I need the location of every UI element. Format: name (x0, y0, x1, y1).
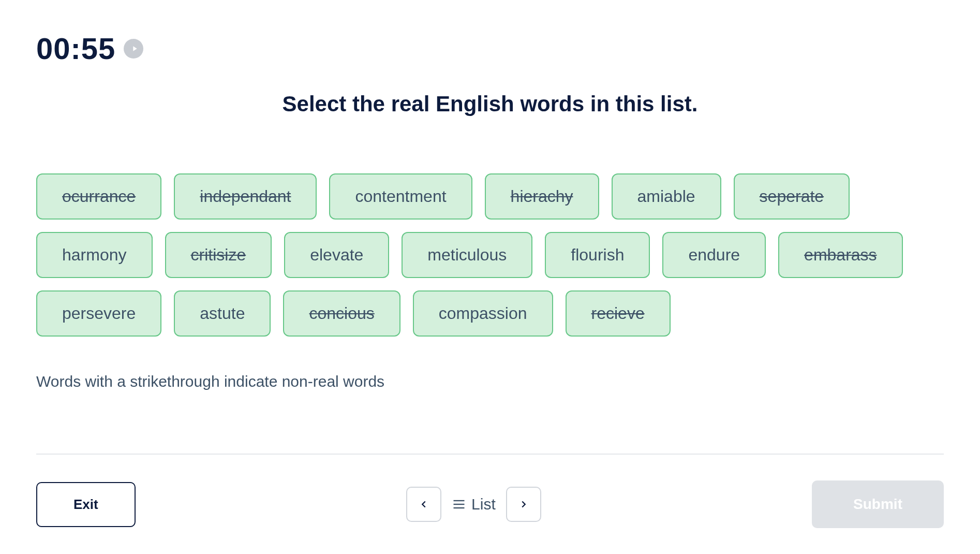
word-chip[interactable]: seperate (734, 173, 850, 220)
word-chip[interactable]: astute (174, 290, 271, 337)
list-button[interactable]: List (452, 495, 496, 513)
list-label-text: List (471, 495, 496, 513)
word-chip[interactable]: persevere (36, 290, 161, 337)
chevron-right-icon (518, 499, 529, 510)
word-chip[interactable]: compassion (413, 290, 553, 337)
words-container: ocurranceindependantcontentmenthierachya… (36, 173, 944, 337)
word-chip[interactable]: contentment (329, 173, 472, 220)
word-chip[interactable]: ocurrance (36, 173, 161, 220)
prev-button[interactable] (406, 487, 441, 522)
word-chip[interactable]: critisize (165, 232, 272, 278)
word-chip[interactable]: concious (283, 290, 400, 337)
play-icon[interactable] (124, 39, 143, 59)
question-title: Select the real English words in this li… (36, 92, 944, 116)
next-button[interactable] (506, 487, 541, 522)
chevron-left-icon (418, 499, 429, 510)
word-chip[interactable]: recieve (566, 290, 671, 337)
word-chip[interactable]: amiable (612, 173, 721, 220)
word-chip[interactable]: flourish (545, 232, 650, 278)
word-chip[interactable]: harmony (36, 232, 153, 278)
footer-bar: Exit List Submit (36, 454, 944, 528)
timer-display: 00:55 (36, 31, 115, 66)
nav-center: List (406, 487, 541, 522)
word-chip[interactable]: hierachy (485, 173, 599, 220)
word-chip[interactable]: embarass (778, 232, 903, 278)
word-chip[interactable]: elevate (284, 232, 389, 278)
hint-text: Words with a strikethrough indicate non-… (36, 373, 944, 390)
exit-button[interactable]: Exit (36, 482, 136, 527)
word-chip[interactable]: endure (662, 232, 766, 278)
word-chip[interactable]: independant (174, 173, 317, 220)
submit-button[interactable]: Submit (812, 480, 944, 528)
timer-row: 00:55 (36, 31, 944, 66)
list-icon (452, 497, 466, 512)
word-chip[interactable]: meticulous (402, 232, 532, 278)
